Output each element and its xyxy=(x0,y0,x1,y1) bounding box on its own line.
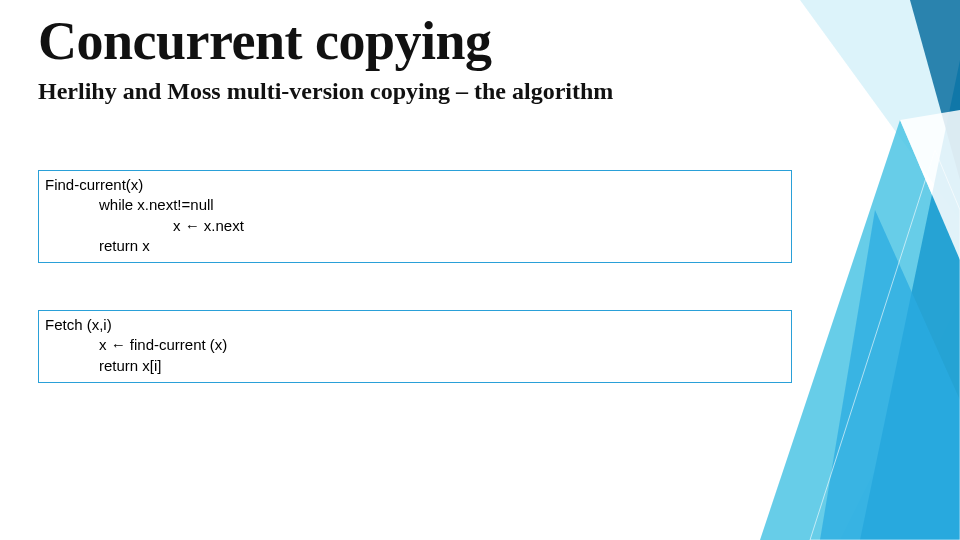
svg-marker-4 xyxy=(910,0,960,180)
svg-marker-7 xyxy=(810,150,960,540)
svg-marker-3 xyxy=(860,60,960,540)
code-line: return x xyxy=(45,236,785,256)
svg-marker-5 xyxy=(820,210,960,540)
code-line: Find-current(x) xyxy=(45,175,785,195)
slide: Concurrent copying Herlihy and Moss mult… xyxy=(0,0,960,540)
code-line: while x.next!=null xyxy=(45,195,785,215)
slide-subtitle: Herlihy and Moss multi-version copying –… xyxy=(38,78,613,105)
code-block-fetch: Fetch (x,i) x ← find-current (x) return … xyxy=(38,310,792,383)
code-block-find-current: Find-current(x) while x.next!=null x ← x… xyxy=(38,170,792,263)
code-line: Fetch (x,i) xyxy=(45,315,785,335)
code-line: return x[i] xyxy=(45,356,785,376)
slide-title: Concurrent copying xyxy=(38,10,492,72)
svg-marker-6 xyxy=(900,110,960,260)
svg-marker-0 xyxy=(840,300,960,540)
code-line: x ← x.next xyxy=(45,216,785,236)
code-line: x ← find-current (x) xyxy=(45,335,785,355)
svg-marker-1 xyxy=(800,0,960,220)
decorative-triangles xyxy=(700,0,960,540)
